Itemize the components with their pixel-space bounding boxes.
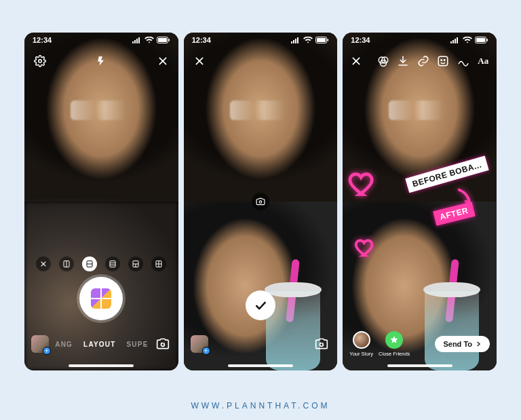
layout-cancel-icon[interactable]	[36, 256, 51, 271]
svg-rect-41	[487, 39, 488, 41]
svg-rect-1	[134, 40, 136, 43]
svg-rect-5	[158, 38, 167, 42]
gallery-thumbnail[interactable]: +	[31, 335, 49, 353]
share-your-story[interactable]: Your Story	[349, 331, 373, 357]
layout-option-2h-selected[interactable]	[82, 256, 97, 271]
layout-option-1+2[interactable]	[128, 256, 143, 271]
camera-mode-strip[interactable]: OMERANG LAYOUT SUPERZOO	[54, 341, 149, 348]
svg-rect-2	[136, 39, 138, 43]
status-bar: 12:34	[24, 33, 178, 47]
layout-option-grid4[interactable]	[151, 256, 166, 271]
svg-rect-47	[438, 56, 448, 66]
phone-story-edit: 12:34	[343, 33, 497, 370]
footer-credit: WWW.PLANNTHAT.COM	[0, 401, 521, 411]
svg-rect-25	[291, 41, 292, 43]
status-time: 12:34	[351, 36, 370, 44]
svg-rect-38	[457, 37, 458, 43]
phone-layout-filled: 12:34	[184, 33, 338, 370]
layout-options-row	[24, 256, 178, 271]
share-close-friends[interactable]: Close Friends	[379, 331, 410, 357]
capture-bottom-bar: +	[184, 330, 338, 358]
status-bar: 12:34	[184, 33, 338, 47]
svg-rect-28	[297, 37, 298, 43]
send-to-label: Send To	[443, 340, 472, 348]
status-indicators	[132, 37, 170, 43]
svg-point-49	[444, 60, 446, 61]
capture-top-controls	[184, 52, 338, 71]
send-to-button[interactable]: Send To	[435, 336, 490, 352]
close-icon[interactable]	[154, 52, 172, 70]
svg-rect-26	[293, 40, 294, 43]
draw-icon[interactable]	[457, 52, 470, 70]
heart-sticker[interactable]	[347, 168, 378, 199]
status-time: 12:34	[33, 36, 52, 44]
story-edit-toolbar: Aa	[343, 52, 497, 71]
status-indicators	[450, 37, 488, 43]
svg-rect-6	[168, 39, 170, 41]
status-indicators	[291, 37, 329, 43]
layout-option-3h[interactable]	[105, 256, 120, 271]
home-indicator	[69, 364, 134, 367]
link-icon[interactable]	[417, 52, 430, 70]
svg-rect-30	[317, 38, 326, 42]
save-icon[interactable]	[396, 52, 410, 70]
mode-next[interactable]: SUPERZOO	[126, 341, 148, 348]
layout-icon	[91, 288, 111, 309]
svg-rect-27	[295, 39, 296, 43]
sticker-icon[interactable]	[436, 52, 450, 70]
svg-rect-0	[132, 41, 134, 43]
star-icon	[385, 331, 403, 349]
svg-rect-31	[328, 39, 329, 41]
retake-cell-icon[interactable]	[252, 193, 269, 210]
flash-icon[interactable]	[92, 52, 110, 70]
avatar-icon	[353, 331, 370, 349]
your-story-label: Your Story	[349, 351, 373, 357]
story-share-bar: Your Story Close Friends Send To	[343, 330, 497, 358]
shutter-area	[79, 277, 123, 320]
svg-rect-37	[455, 39, 456, 43]
gallery-thumbnail[interactable]: +	[191, 335, 208, 353]
heart-sticker[interactable]	[353, 236, 377, 259]
status-bar: 12:34	[343, 33, 497, 47]
capture-top-controls	[24, 52, 178, 71]
svg-rect-36	[452, 40, 454, 43]
svg-rect-3	[138, 37, 140, 43]
gear-icon[interactable]	[31, 52, 49, 70]
close-icon[interactable]	[191, 52, 208, 70]
capture-bottom-bar: + OMERANG LAYOUT SUPERZOO	[24, 330, 178, 358]
svg-rect-35	[450, 41, 452, 43]
svg-rect-16	[110, 261, 115, 267]
svg-point-7	[39, 60, 42, 63]
close-friends-label: Close Friends	[379, 351, 410, 357]
close-icon[interactable]	[349, 52, 363, 70]
plus-icon: +	[43, 347, 51, 355]
text-icon[interactable]: Aa	[477, 52, 490, 70]
svg-rect-40	[476, 38, 485, 42]
svg-point-48	[441, 60, 442, 61]
switch-camera-icon[interactable]	[154, 335, 172, 353]
layout-option-2v[interactable]	[59, 256, 74, 271]
plus-icon: +	[202, 347, 210, 355]
svg-point-34	[259, 201, 262, 204]
filters-icon[interactable]	[377, 52, 390, 70]
home-indicator	[387, 364, 452, 367]
mode-prev[interactable]: OMERANG	[54, 341, 73, 348]
shutter-button[interactable]	[79, 277, 123, 320]
home-indicator	[228, 364, 293, 367]
status-time: 12:34	[192, 36, 211, 44]
confirm-area	[246, 290, 275, 320]
confirm-button[interactable]	[246, 290, 275, 320]
mode-active[interactable]: LAYOUT	[83, 341, 115, 348]
switch-camera-icon[interactable]	[313, 335, 330, 353]
phone-layout-capture: 12:34	[24, 33, 178, 370]
